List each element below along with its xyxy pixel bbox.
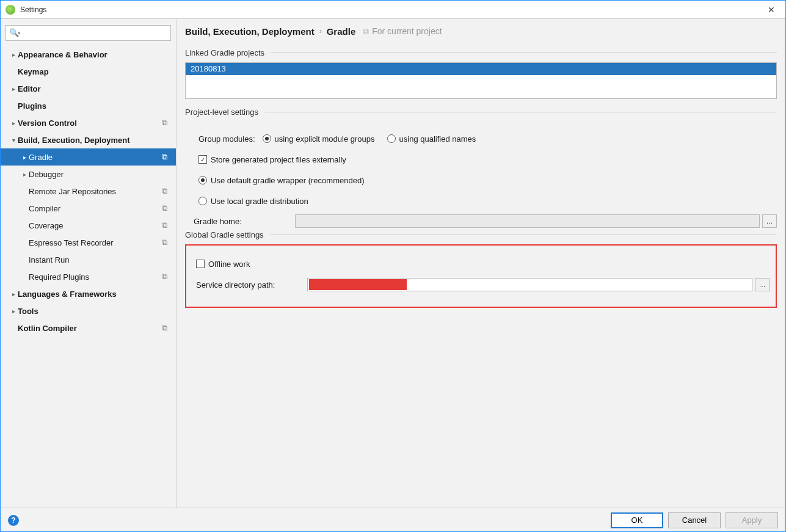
help-button[interactable]: ? (8, 515, 19, 526)
tree-item[interactable]: Kotlin Compiler⧉ (1, 319, 176, 337)
tree-item[interactable]: Instant Run (1, 251, 176, 268)
highlighted-region: Offline work Service directory path: … (185, 244, 777, 308)
tree-item-label: Required Plugins (29, 272, 162, 282)
redacted-value (309, 279, 407, 290)
tree-item[interactable]: ▸Appearance & Behavior (1, 46, 176, 63)
breadcrumb-part2: Gradle (327, 26, 356, 37)
tree-item-label: Editor (18, 84, 171, 93)
tree-item[interactable]: Espresso Test Recorder⧉ (1, 234, 176, 251)
tree-item[interactable]: Coverage⧉ (1, 217, 176, 234)
tree-item-label: Languages & Frameworks (18, 290, 171, 299)
chevron-icon: ▸ (9, 86, 18, 92)
breadcrumb: Build, Execution, Deployment › Gradle ⧉ … (176, 19, 785, 43)
service-path-input[interactable] (307, 278, 752, 291)
titlebar: Settings ✕ (1, 1, 785, 19)
search-dropdown-icon[interactable]: ▾ (18, 30, 21, 36)
section-project-level: Project-level settings (185, 107, 777, 117)
tree-item-label: Gradle (29, 153, 162, 162)
tree-item[interactable]: Keymap (1, 63, 176, 80)
project-scope-icon: ⧉ (162, 186, 167, 196)
radio-dot-icon (198, 176, 207, 184)
tree-item[interactable]: ▸Debugger (1, 166, 176, 183)
checkbox-box-icon (196, 260, 205, 268)
linked-projects-list[interactable]: 20180813 (185, 62, 777, 99)
divider (271, 53, 777, 53)
tree-item-label: Debugger (29, 170, 171, 179)
divider (270, 235, 777, 235)
radio-explicit-label: using explicit module groups (275, 134, 375, 144)
radio-dot-icon (387, 134, 396, 143)
apply-button[interactable]: Apply (726, 512, 778, 528)
settings-tree: ▸Appearance & BehaviorKeymap▸EditorPlugi… (1, 46, 176, 508)
checkbox-box-icon (198, 155, 207, 164)
tree-item-label: Keymap (18, 67, 171, 76)
tree-item[interactable]: ▸Languages & Frameworks (1, 285, 176, 302)
sidebar: 🔍 ▾ ▸Appearance & BehaviorKeymap▸EditorP… (1, 19, 176, 508)
close-button[interactable]: ✕ (762, 5, 781, 15)
section-linked-label: Linked Gradle projects (185, 48, 264, 57)
project-scope-icon: ⧉ (162, 272, 167, 282)
gradle-home-input[interactable] (295, 214, 760, 228)
checkbox-offline-label: Offline work (208, 260, 250, 269)
tree-item-label: Version Control (18, 118, 162, 128)
chevron-icon: ▸ (20, 154, 29, 161)
tree-item[interactable]: ▸Version Control⧉ (1, 114, 176, 131)
radio-dot-icon (198, 197, 207, 205)
radio-local-label: Use local gradle distribution (211, 197, 308, 206)
project-scope-icon: ⧉ (162, 220, 167, 230)
tree-item[interactable]: Compiler⧉ (1, 200, 176, 217)
gradle-home-browse-button[interactable]: … (762, 214, 777, 228)
chevron-icon: ▸ (9, 51, 18, 58)
section-linked: Linked Gradle projects (185, 48, 777, 57)
section-global-label: Global Gradle settings (185, 230, 264, 239)
chevron-icon: ▾ (9, 137, 18, 144)
radio-qualified-label: using qualified names (399, 134, 476, 144)
project-scope-icon: ⧉ (162, 323, 167, 333)
tree-item[interactable]: ▸Gradle⧉ (1, 148, 176, 166)
tree-item-label: Appearance & Behavior (18, 50, 171, 59)
chevron-right-icon: › (319, 27, 322, 35)
gradle-home-label: Gradle home: (185, 217, 295, 226)
scope-label: ⧉ For current project (363, 26, 442, 37)
tree-item[interactable]: Plugins (1, 97, 176, 114)
copy-icon: ⧉ (363, 26, 369, 37)
checkbox-offline-work[interactable]: Offline work (196, 260, 250, 269)
checkbox-store-externally[interactable]: Store generated project files externally (198, 155, 346, 164)
breadcrumb-part1: Build, Execution, Deployment (185, 26, 315, 37)
tree-item[interactable]: ▾Build, Execution, Deployment (1, 131, 176, 148)
radio-qualified-names[interactable]: using qualified names (387, 134, 476, 144)
tree-item-label: Coverage (29, 221, 162, 230)
chevron-icon: ▸ (9, 308, 18, 315)
chevron-icon: ▸ (9, 291, 18, 297)
project-scope-icon: ⧉ (162, 118, 167, 128)
project-scope-icon: ⧉ (162, 203, 167, 213)
tree-item[interactable]: Required Plugins⧉ (1, 268, 176, 285)
radio-default-wrapper[interactable]: Use default gradle wrapper (recommended) (198, 176, 364, 185)
radio-explicit-groups[interactable]: using explicit module groups (263, 134, 375, 144)
cancel-button[interactable]: Cancel (668, 512, 721, 528)
tree-item-label: Plugins (18, 101, 171, 111)
section-global: Global Gradle settings (185, 230, 777, 239)
radio-local-distribution[interactable]: Use local gradle distribution (198, 197, 308, 206)
window-title: Settings (20, 5, 762, 14)
tree-item-label: Tools (18, 307, 171, 316)
divider (264, 112, 777, 112)
checkbox-store-label: Store generated project files externally (211, 155, 346, 164)
tree-item[interactable]: ▸Tools (1, 302, 176, 319)
list-item[interactable]: 20180813 (186, 63, 776, 75)
tree-item[interactable]: Remote Jar Repositories⧉ (1, 183, 176, 200)
service-path-browse-button[interactable]: … (755, 278, 770, 291)
tree-item[interactable]: ▸Editor (1, 80, 176, 97)
main-panel: Build, Execution, Deployment › Gradle ⧉ … (176, 19, 785, 508)
chevron-icon: ▸ (9, 120, 18, 126)
app-icon (5, 5, 15, 15)
service-path-label: Service directory path: (196, 280, 300, 290)
tree-item-label: Espresso Test Recorder (29, 238, 162, 247)
tree-item-label: Instant Run (29, 255, 171, 264)
tree-item-label: Kotlin Compiler (18, 324, 162, 333)
search-input-wrap: 🔍 ▾ (5, 25, 171, 41)
search-input[interactable] (5, 25, 171, 41)
scope-text: For current project (372, 26, 442, 36)
ok-button[interactable]: OK (611, 512, 663, 528)
chevron-icon: ▸ (20, 171, 29, 178)
